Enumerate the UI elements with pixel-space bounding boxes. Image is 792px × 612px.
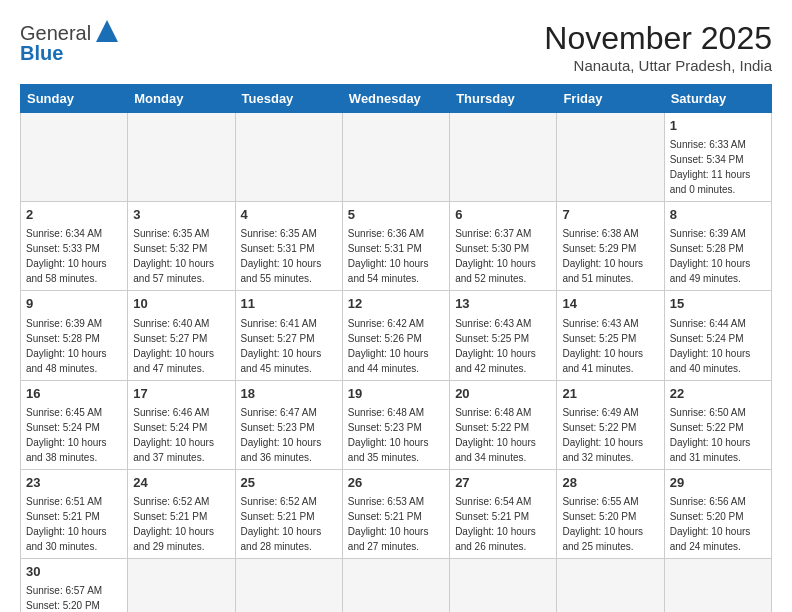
day-number: 23: [26, 474, 122, 492]
day-info: Sunrise: 6:39 AM Sunset: 5:28 PM Dayligh…: [670, 226, 766, 286]
weekday-header-monday: Monday: [128, 85, 235, 113]
calendar-cell: [342, 558, 449, 612]
calendar-cell: [342, 113, 449, 202]
calendar-cell: [235, 113, 342, 202]
day-info: Sunrise: 6:33 AM Sunset: 5:34 PM Dayligh…: [670, 137, 766, 197]
day-info: Sunrise: 6:40 AM Sunset: 5:27 PM Dayligh…: [133, 316, 229, 376]
day-number: 3: [133, 206, 229, 224]
day-info: Sunrise: 6:55 AM Sunset: 5:20 PM Dayligh…: [562, 494, 658, 554]
day-info: Sunrise: 6:36 AM Sunset: 5:31 PM Dayligh…: [348, 226, 444, 286]
day-info: Sunrise: 6:56 AM Sunset: 5:20 PM Dayligh…: [670, 494, 766, 554]
day-number: 22: [670, 385, 766, 403]
day-info: Sunrise: 6:54 AM Sunset: 5:21 PM Dayligh…: [455, 494, 551, 554]
calendar-cell: [664, 558, 771, 612]
calendar-cell: 25Sunrise: 6:52 AM Sunset: 5:21 PM Dayli…: [235, 469, 342, 558]
day-number: 20: [455, 385, 551, 403]
day-info: Sunrise: 6:49 AM Sunset: 5:22 PM Dayligh…: [562, 405, 658, 465]
calendar-cell: 17Sunrise: 6:46 AM Sunset: 5:24 PM Dayli…: [128, 380, 235, 469]
day-number: 18: [241, 385, 337, 403]
calendar-cell: 14Sunrise: 6:43 AM Sunset: 5:25 PM Dayli…: [557, 291, 664, 380]
day-number: 26: [348, 474, 444, 492]
calendar-cell: 8Sunrise: 6:39 AM Sunset: 5:28 PM Daylig…: [664, 202, 771, 291]
logo: General Blue: [20, 20, 118, 65]
day-number: 21: [562, 385, 658, 403]
day-number: 28: [562, 474, 658, 492]
calendar-cell: 26Sunrise: 6:53 AM Sunset: 5:21 PM Dayli…: [342, 469, 449, 558]
calendar-cell: 6Sunrise: 6:37 AM Sunset: 5:30 PM Daylig…: [450, 202, 557, 291]
day-info: Sunrise: 6:48 AM Sunset: 5:22 PM Dayligh…: [455, 405, 551, 465]
calendar-cell: 19Sunrise: 6:48 AM Sunset: 5:23 PM Dayli…: [342, 380, 449, 469]
weekday-header-sunday: Sunday: [21, 85, 128, 113]
day-info: Sunrise: 6:53 AM Sunset: 5:21 PM Dayligh…: [348, 494, 444, 554]
day-info: Sunrise: 6:45 AM Sunset: 5:24 PM Dayligh…: [26, 405, 122, 465]
day-number: 13: [455, 295, 551, 313]
day-number: 11: [241, 295, 337, 313]
location: Nanauta, Uttar Pradesh, India: [544, 57, 772, 74]
calendar-cell: 3Sunrise: 6:35 AM Sunset: 5:32 PM Daylig…: [128, 202, 235, 291]
day-info: Sunrise: 6:41 AM Sunset: 5:27 PM Dayligh…: [241, 316, 337, 376]
calendar-cell: 24Sunrise: 6:52 AM Sunset: 5:21 PM Dayli…: [128, 469, 235, 558]
day-number: 1: [670, 117, 766, 135]
calendar-cell: 5Sunrise: 6:36 AM Sunset: 5:31 PM Daylig…: [342, 202, 449, 291]
calendar-cell: 9Sunrise: 6:39 AM Sunset: 5:28 PM Daylig…: [21, 291, 128, 380]
svg-marker-0: [96, 20, 118, 42]
day-number: 7: [562, 206, 658, 224]
day-number: 16: [26, 385, 122, 403]
calendar-cell: 15Sunrise: 6:44 AM Sunset: 5:24 PM Dayli…: [664, 291, 771, 380]
calendar-cell: 4Sunrise: 6:35 AM Sunset: 5:31 PM Daylig…: [235, 202, 342, 291]
weekday-header-wednesday: Wednesday: [342, 85, 449, 113]
calendar-week-5: 23Sunrise: 6:51 AM Sunset: 5:21 PM Dayli…: [21, 469, 772, 558]
day-number: 10: [133, 295, 229, 313]
day-info: Sunrise: 6:47 AM Sunset: 5:23 PM Dayligh…: [241, 405, 337, 465]
day-info: Sunrise: 6:46 AM Sunset: 5:24 PM Dayligh…: [133, 405, 229, 465]
calendar-cell: 12Sunrise: 6:42 AM Sunset: 5:26 PM Dayli…: [342, 291, 449, 380]
logo-triangle-icon: [96, 20, 118, 42]
title-area: November 2025 Nanauta, Uttar Pradesh, In…: [544, 20, 772, 74]
logo-blue-text: Blue: [20, 42, 63, 65]
day-number: 29: [670, 474, 766, 492]
calendar-week-4: 16Sunrise: 6:45 AM Sunset: 5:24 PM Dayli…: [21, 380, 772, 469]
day-info: Sunrise: 6:48 AM Sunset: 5:23 PM Dayligh…: [348, 405, 444, 465]
calendar-cell: 1Sunrise: 6:33 AM Sunset: 5:34 PM Daylig…: [664, 113, 771, 202]
day-number: 15: [670, 295, 766, 313]
calendar-cell: 20Sunrise: 6:48 AM Sunset: 5:22 PM Dayli…: [450, 380, 557, 469]
day-number: 12: [348, 295, 444, 313]
weekday-header-tuesday: Tuesday: [235, 85, 342, 113]
calendar-week-2: 2Sunrise: 6:34 AM Sunset: 5:33 PM Daylig…: [21, 202, 772, 291]
day-info: Sunrise: 6:52 AM Sunset: 5:21 PM Dayligh…: [241, 494, 337, 554]
calendar-week-1: 1Sunrise: 6:33 AM Sunset: 5:34 PM Daylig…: [21, 113, 772, 202]
day-info: Sunrise: 6:42 AM Sunset: 5:26 PM Dayligh…: [348, 316, 444, 376]
calendar-cell: [21, 113, 128, 202]
day-number: 19: [348, 385, 444, 403]
month-title: November 2025: [544, 20, 772, 57]
day-info: Sunrise: 6:38 AM Sunset: 5:29 PM Dayligh…: [562, 226, 658, 286]
weekday-header-saturday: Saturday: [664, 85, 771, 113]
calendar-cell: 10Sunrise: 6:40 AM Sunset: 5:27 PM Dayli…: [128, 291, 235, 380]
day-number: 8: [670, 206, 766, 224]
calendar-cell: [128, 113, 235, 202]
calendar-cell: 21Sunrise: 6:49 AM Sunset: 5:22 PM Dayli…: [557, 380, 664, 469]
day-number: 4: [241, 206, 337, 224]
day-number: 24: [133, 474, 229, 492]
day-info: Sunrise: 6:51 AM Sunset: 5:21 PM Dayligh…: [26, 494, 122, 554]
day-number: 17: [133, 385, 229, 403]
day-number: 25: [241, 474, 337, 492]
day-number: 14: [562, 295, 658, 313]
calendar-cell: 28Sunrise: 6:55 AM Sunset: 5:20 PM Dayli…: [557, 469, 664, 558]
calendar-cell: 11Sunrise: 6:41 AM Sunset: 5:27 PM Dayli…: [235, 291, 342, 380]
day-number: 9: [26, 295, 122, 313]
calendar-table: SundayMondayTuesdayWednesdayThursdayFrid…: [20, 84, 772, 612]
calendar-cell: 16Sunrise: 6:45 AM Sunset: 5:24 PM Dayli…: [21, 380, 128, 469]
calendar-cell: 22Sunrise: 6:50 AM Sunset: 5:22 PM Dayli…: [664, 380, 771, 469]
calendar-cell: 18Sunrise: 6:47 AM Sunset: 5:23 PM Dayli…: [235, 380, 342, 469]
weekday-header-thursday: Thursday: [450, 85, 557, 113]
calendar-cell: 30Sunrise: 6:57 AM Sunset: 5:20 PM Dayli…: [21, 558, 128, 612]
calendar-cell: [128, 558, 235, 612]
day-number: 2: [26, 206, 122, 224]
day-info: Sunrise: 6:43 AM Sunset: 5:25 PM Dayligh…: [455, 316, 551, 376]
calendar-cell: [557, 113, 664, 202]
day-number: 30: [26, 563, 122, 581]
day-info: Sunrise: 6:50 AM Sunset: 5:22 PM Dayligh…: [670, 405, 766, 465]
calendar-cell: [450, 113, 557, 202]
day-info: Sunrise: 6:37 AM Sunset: 5:30 PM Dayligh…: [455, 226, 551, 286]
